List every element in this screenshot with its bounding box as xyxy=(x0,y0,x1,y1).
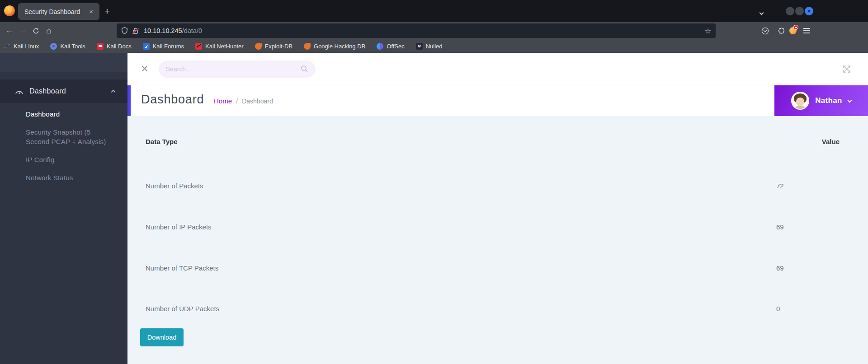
column-header-value: Value xyxy=(822,138,840,145)
tab-close-icon[interactable]: × xyxy=(87,7,95,16)
chevron-up-icon xyxy=(111,90,116,94)
firefox-logo-icon[interactable] xyxy=(4,5,15,16)
sidebar-item-network-status[interactable]: Network Status xyxy=(26,173,109,182)
nulled-icon: N xyxy=(416,43,423,50)
bookmark-offsec[interactable]: OffSec xyxy=(377,43,405,50)
browser-titlebar: Security Dashboard × + × xyxy=(0,0,868,22)
url-bar[interactable]: 10.10.10.245/data/0 ☆ xyxy=(117,23,716,38)
avatar xyxy=(791,92,809,110)
list-tabs-chevron-icon[interactable] xyxy=(760,8,763,16)
insecure-lock-icon[interactable] xyxy=(132,28,138,34)
bookmark-kali-nethunter[interactable]: Kali NetHunter xyxy=(195,43,244,50)
forward-icon[interactable]: → xyxy=(17,22,28,39)
page-topbar: × xyxy=(127,53,868,85)
kali-forums-icon xyxy=(143,43,150,50)
bookmarks-bar: Kali Linux Kali Tools Kali Docs Kali For… xyxy=(0,39,868,53)
tab-security-dashboard[interactable]: Security Dashboard × xyxy=(18,3,99,20)
page-title: Dashboard xyxy=(141,93,204,107)
sidebar-toggle-icon[interactable]: × xyxy=(141,63,148,75)
row-label: Number of IP Packets xyxy=(146,223,212,231)
sidebar-item-dashboard[interactable]: Dashboard xyxy=(26,109,109,119)
menu-hamburger-icon[interactable] xyxy=(800,22,813,39)
user-name: Nathan xyxy=(815,96,842,105)
breadcrumb: Home / Dashboard xyxy=(214,97,273,105)
offsec-icon xyxy=(377,43,383,50)
bookmark-kali-docs[interactable]: Kali Docs xyxy=(97,43,132,50)
bookmark-kali-forums[interactable]: Kali Forums xyxy=(143,43,184,50)
sidebar-item-security-snapshot[interactable]: Security Snapshot (5 Second PCAP + Analy… xyxy=(26,127,109,146)
window-close-button[interactable]: × xyxy=(805,7,813,15)
sidebar-subnav: Dashboard Security Snapshot (5 Second PC… xyxy=(0,103,127,182)
breadcrumb-separator: / xyxy=(236,97,238,105)
sidebar-header xyxy=(0,53,127,72)
breadcrumb-current: Dashboard xyxy=(242,98,273,105)
google-hacking-db-icon xyxy=(304,43,311,50)
row-value: 72 xyxy=(776,182,784,190)
bookmark-kali-tools[interactable]: Kali Tools xyxy=(50,43,85,50)
extensions-puzzle-icon[interactable] xyxy=(774,22,787,39)
browser-window: Security Dashboard × + × ← → ⌂ 10.10.10.… xyxy=(0,0,868,364)
row-value: 0 xyxy=(776,305,780,313)
url-host: 10.10.10.245 xyxy=(144,27,182,34)
bookmark-kali-linux[interactable]: Kali Linux xyxy=(4,43,39,50)
window-minimize-button[interactable] xyxy=(786,7,794,15)
exploit-db-icon xyxy=(255,43,262,50)
table-row: Number of IP Packets 69 xyxy=(127,223,868,231)
row-label: Number of Packets xyxy=(146,182,203,190)
kali-docs-icon xyxy=(97,43,104,50)
browser-navbar: ← → ⌂ 10.10.10.245/data/0 ☆ xyxy=(0,22,868,39)
download-button[interactable]: Download xyxy=(140,328,184,346)
tracking-shield-icon[interactable] xyxy=(121,27,128,34)
row-value: 69 xyxy=(776,264,784,272)
table-row: Number of UDP Packets 0 xyxy=(127,305,868,313)
sidebar-item-ip-config[interactable]: IP Config xyxy=(26,155,109,164)
bookmark-google-hacking-db[interactable]: Google Hacking DB xyxy=(304,43,365,50)
tab-separator xyxy=(16,5,16,17)
pocket-icon[interactable] xyxy=(759,22,771,39)
reload-icon[interactable] xyxy=(30,22,42,39)
bookmark-nulled[interactable]: N Nulled xyxy=(416,43,443,50)
back-icon[interactable]: ← xyxy=(4,22,15,39)
url-path: /data/0 xyxy=(182,27,202,34)
table-row: Number of Packets 72 xyxy=(127,182,868,190)
new-tab-button[interactable]: + xyxy=(101,5,113,17)
bookmark-star-icon[interactable]: ☆ xyxy=(705,27,711,35)
row-value: 69 xyxy=(776,223,784,231)
header-accent-bar xyxy=(127,85,131,116)
user-menu[interactable]: Nathan xyxy=(774,85,868,116)
breadcrumb-home-link[interactable]: Home xyxy=(214,97,232,105)
row-label: Number of TCP Packets xyxy=(146,264,218,272)
tab-title: Security Dashboard xyxy=(24,8,87,15)
bookmark-exploit-db[interactable]: Exploit-DB xyxy=(255,43,292,50)
sidebar-group-label: Dashboard xyxy=(29,87,112,95)
kali-linux-icon xyxy=(4,43,10,50)
search-icon[interactable] xyxy=(301,65,308,73)
kali-tools-icon xyxy=(50,43,57,50)
table-row: Number of TCP Packets 69 xyxy=(127,264,868,272)
fullscreen-expand-icon[interactable] xyxy=(841,64,852,75)
page-viewport: Dashboard Dashboard Security Snapshot (5… xyxy=(0,53,868,364)
search-box[interactable] xyxy=(159,61,316,78)
column-header-data-type: Data Type xyxy=(146,138,178,145)
home-icon[interactable]: ⌂ xyxy=(43,22,55,39)
data-table: Data Type Value Number of Packets 72 Num… xyxy=(127,116,868,364)
main-area: × Dashboard Home xyxy=(127,53,868,364)
kali-nethunter-icon xyxy=(195,43,202,50)
page-header: Dashboard Home / Dashboard Nathan xyxy=(127,85,868,116)
search-input[interactable] xyxy=(166,65,301,73)
chevron-down-icon xyxy=(847,98,852,103)
gauge-icon xyxy=(15,88,24,95)
sidebar-group-dashboard[interactable]: Dashboard xyxy=(0,79,127,103)
proxy-extension-icon[interactable] xyxy=(787,22,799,39)
sidebar: Dashboard Dashboard Security Snapshot (5… xyxy=(0,53,127,364)
window-maximize-button[interactable] xyxy=(795,7,804,15)
row-label: Number of UDP Packets xyxy=(146,305,219,313)
